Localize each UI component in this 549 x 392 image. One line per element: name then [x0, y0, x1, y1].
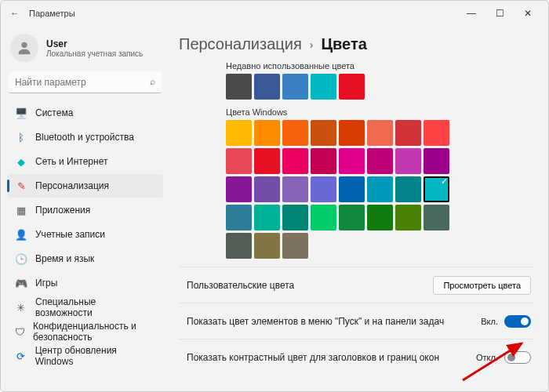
svg-point-0	[21, 42, 27, 48]
user-account-row[interactable]: User Локальная учетная запись	[7, 29, 163, 71]
setting-start-state: Вкл.	[481, 317, 498, 326]
color-swatch[interactable]	[282, 176, 308, 202]
search-icon: ⌕	[150, 76, 155, 87]
color-swatch[interactable]	[367, 120, 393, 146]
color-swatch[interactable]	[311, 205, 336, 230]
sidebar-item-6[interactable]: 🕒Время и язык	[7, 247, 163, 270]
nav-list: 🖥️СистемаᛒBluetooth и устройства◆Сеть и …	[7, 101, 163, 368]
setting-titlebar-borders: Показать контрастный цвет для заголовков…	[179, 339, 534, 375]
color-swatch[interactable]	[226, 120, 252, 146]
setting-title-state: Откл.	[476, 353, 498, 362]
nav-icon: 🛡	[15, 325, 25, 338]
color-swatch[interactable]	[226, 233, 252, 259]
sidebar-item-9[interactable]: 🛡Конфиденциальность и безопасность	[7, 320, 163, 343]
setting-start-toggle[interactable]	[504, 315, 531, 328]
color-swatch[interactable]	[311, 120, 336, 146]
color-swatch[interactable]	[395, 176, 421, 202]
nav-icon: 🖥️	[15, 107, 27, 119]
color-swatch[interactable]	[226, 176, 252, 202]
color-swatch[interactable]	[254, 120, 280, 146]
color-swatch[interactable]	[339, 120, 365, 146]
nav-icon: ▦	[15, 204, 27, 216]
sidebar: User Локальная учетная запись ⌕ 🖥️Систем…	[1, 26, 169, 391]
windows-colors-grid	[226, 120, 477, 259]
maximize-button[interactable]: ☐	[485, 2, 514, 24]
color-swatch[interactable]	[254, 148, 280, 174]
minimize-button[interactable]: ―	[457, 2, 485, 24]
color-swatch[interactable]	[282, 148, 308, 174]
color-swatch[interactable]	[282, 233, 308, 259]
sidebar-item-1[interactable]: ᛒBluetooth и устройства	[7, 125, 163, 149]
nav-icon: ◆	[15, 155, 27, 168]
nav-icon: ✳	[15, 301, 27, 314]
nav-icon: ✎	[15, 180, 27, 192]
nav-label: Персонализация	[35, 180, 109, 191]
color-swatch[interactable]	[367, 205, 393, 230]
color-swatch[interactable]	[339, 148, 365, 174]
color-swatch[interactable]	[226, 74, 252, 100]
color-swatch[interactable]	[367, 176, 393, 202]
color-swatch[interactable]	[254, 176, 280, 202]
titlebar: ← Параметры ― ☐ ✕	[1, 1, 548, 26]
sidebar-item-10[interactable]: ⟳Центр обновления Windows	[7, 344, 163, 368]
recent-colors-label: Недавно использованные цвета	[226, 61, 534, 71]
color-swatch[interactable]	[226, 148, 252, 174]
color-swatch[interactable]	[311, 74, 336, 100]
search-input[interactable]	[9, 71, 162, 93]
search-box: ⌕	[9, 71, 162, 93]
nav-label: Bluetooth и устройства	[35, 132, 134, 143]
color-swatch[interactable]	[367, 148, 393, 174]
color-swatch[interactable]	[311, 176, 336, 202]
color-swatch[interactable]	[339, 205, 365, 230]
breadcrumb: Персонализация › Цвета	[179, 35, 534, 53]
nav-label: Сеть и Интернет	[35, 156, 107, 167]
color-swatch[interactable]	[395, 205, 421, 230]
color-swatch[interactable]	[282, 205, 308, 230]
sidebar-item-8[interactable]: ✳Специальные возможности	[7, 296, 163, 319]
nav-label: Учетные записи	[35, 229, 105, 240]
nav-label: Приложения	[35, 205, 90, 216]
sidebar-item-7[interactable]: 🎮Игры	[7, 271, 163, 295]
setting-title-label: Показать контрастный цвет для заголовков…	[187, 352, 476, 363]
sidebar-item-2[interactable]: ◆Сеть и Интернет	[7, 150, 163, 173]
color-swatch[interactable]	[254, 205, 280, 230]
color-swatch[interactable]	[311, 148, 336, 174]
sidebar-item-0[interactable]: 🖥️Система	[7, 101, 163, 125]
nav-label: Система	[35, 107, 73, 118]
color-swatch[interactable]	[254, 74, 280, 100]
setting-start-taskbar: Показать цвет элементов в меню "Пуск" и …	[179, 303, 534, 339]
setting-start-label: Показать цвет элементов в меню "Пуск" и …	[187, 316, 481, 327]
color-swatch[interactable]	[395, 120, 421, 146]
color-swatch[interactable]	[424, 205, 449, 230]
view-colors-button[interactable]: Просмотреть цвета	[433, 276, 531, 295]
color-swatch[interactable]	[424, 120, 449, 146]
breadcrumb-current: Цвета	[321, 35, 366, 53]
breadcrumb-parent[interactable]: Персонализация	[179, 35, 302, 53]
window-title: Параметры	[29, 9, 75, 18]
nav-label: Конфиденциальность и безопасность	[33, 321, 155, 343]
color-swatch[interactable]	[395, 148, 421, 174]
color-swatch[interactable]	[339, 176, 365, 202]
sidebar-item-5[interactable]: 👤Учетные записи	[7, 223, 163, 246]
avatar	[10, 34, 38, 62]
color-swatch[interactable]	[424, 176, 449, 202]
nav-label: Игры	[35, 278, 57, 289]
nav-label: Время и язык	[35, 253, 94, 264]
custom-colors-label: Пользовательские цвета	[187, 280, 433, 291]
setting-title-toggle[interactable]	[504, 351, 531, 364]
color-swatch[interactable]	[254, 233, 280, 259]
chevron-right-icon: ›	[310, 38, 314, 51]
windows-colors-label: Цвета Windows	[226, 107, 534, 117]
nav-label: Специальные возможности	[35, 296, 155, 318]
color-swatch[interactable]	[339, 74, 365, 100]
color-swatch[interactable]	[282, 120, 308, 146]
sidebar-item-4[interactable]: ▦Приложения	[7, 198, 163, 222]
back-button[interactable]: ←	[7, 8, 23, 19]
color-swatch[interactable]	[424, 148, 449, 174]
nav-icon: 🎮	[15, 277, 27, 289]
user-subtitle: Локальная учетная запись	[46, 49, 143, 58]
close-button[interactable]: ✕	[514, 2, 542, 24]
sidebar-item-3[interactable]: ✎Персонализация	[7, 174, 163, 198]
color-swatch[interactable]	[226, 205, 252, 230]
color-swatch[interactable]	[282, 74, 308, 100]
